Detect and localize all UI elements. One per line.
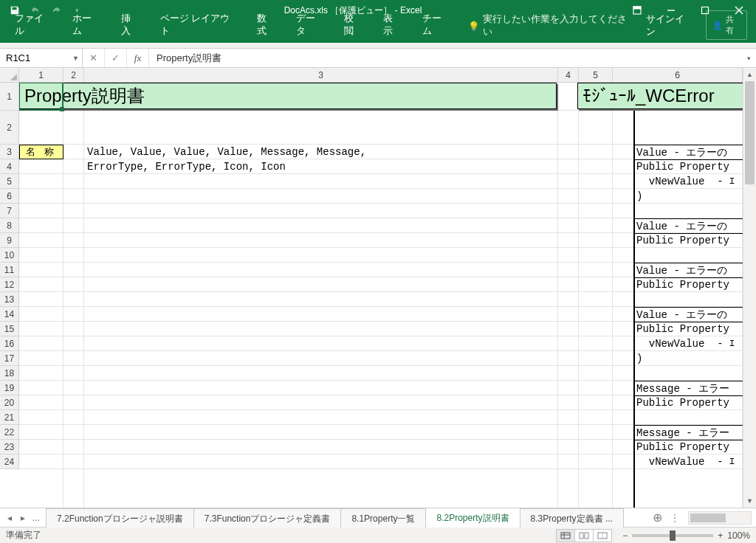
redo-icon[interactable] [47, 1, 65, 19]
row-headers[interactable]: 123456789101112131415161718192021222324 [0, 83, 19, 469]
formula-bar-expand-icon[interactable]: ▾ [741, 49, 756, 67]
col-header[interactable]: 2 [63, 68, 84, 83]
name-box[interactable]: R1C1 ▼ [0, 49, 83, 67]
cell-right-r14[interactable]: Value - エラーの [636, 308, 727, 322]
row-header[interactable]: 17 [0, 351, 19, 366]
sheet-tab[interactable]: 8.3Property定義書 ... [520, 508, 624, 528]
view-page-break-icon[interactable] [593, 529, 612, 542]
cell-right-r11[interactable]: Value - エラーの [636, 264, 727, 277]
scroll-track[interactable] [745, 81, 755, 494]
row-header[interactable]: 12 [0, 277, 19, 292]
cell-module-header[interactable]: ﾓｼﾞｭｰﾙ_WCError [577, 83, 743, 109]
row-header[interactable]: 6 [0, 189, 19, 204]
tab-formulas[interactable]: 数式 [247, 8, 286, 43]
zoom-slider[interactable] [632, 534, 713, 537]
row-header[interactable]: 19 [0, 381, 19, 395]
tab-page-layout[interactable]: ページ レイアウト [150, 8, 247, 43]
cell-right-r6[interactable]: ) [636, 190, 642, 202]
row-header[interactable]: 16 [0, 336, 19, 351]
zoom-slider-knob[interactable] [670, 530, 676, 541]
sheet-tab-active[interactable]: 8.2Property説明書 [425, 508, 520, 528]
sheet-tab-menu-icon[interactable]: ⋮ [666, 513, 684, 523]
row-header[interactable]: 2 [0, 111, 19, 145]
qat-customize-icon[interactable]: ▾ [68, 1, 86, 19]
row-header[interactable]: 8 [0, 218, 19, 233]
cell-r3c3[interactable]: Value, Value, Value, Value, Message, Mes… [87, 146, 372, 158]
col-header[interactable]: 3 [84, 68, 558, 83]
cell-right-r23[interactable]: Public Property [636, 441, 735, 453]
cell-right-r3[interactable]: Value - エラーの [636, 146, 727, 159]
name-box-dropdown-icon[interactable]: ▼ [72, 55, 79, 62]
cell-right-r17[interactable]: ) [636, 353, 642, 364]
sheet-tab[interactable]: 8.1Property一覧 [340, 508, 426, 528]
row-header[interactable]: 22 [0, 425, 19, 440]
row-header[interactable]: 3 [0, 145, 19, 159]
cell-right-r9[interactable]: Public Property [636, 235, 735, 246]
insert-function-icon[interactable]: fx [127, 49, 149, 67]
sheet-tab[interactable]: 7.2Functionプロシージャ説明書 [46, 508, 194, 528]
row-header[interactable]: 21 [0, 410, 19, 425]
sheet-nav-first-icon[interactable]: ◂ [3, 509, 16, 527]
tab-review[interactable]: 校閲 [334, 8, 373, 43]
cell-right-r8[interactable]: Value - エラーの [636, 220, 727, 233]
formula-input[interactable]: Property説明書 [149, 49, 741, 67]
cell-right-r19[interactable]: Message - エラー [636, 382, 729, 395]
row-header[interactable]: 1 [0, 83, 19, 111]
select-all-corner[interactable] [0, 68, 19, 83]
scroll-up-icon[interactable]: ▲ [743, 68, 756, 81]
hscroll-thumb[interactable] [690, 513, 726, 522]
cells-viewport[interactable]: Property説明書 ﾓｼﾞｭｰﾙ_WCError 名 称 Value, Va… [19, 83, 743, 508]
col-header[interactable]: 5 [579, 68, 613, 83]
worksheet-grid[interactable]: 1 2 3 4 5 6 1234567891011121314151617181… [0, 68, 756, 508]
cell-right-r5[interactable]: vNewValue - ｴ [636, 176, 735, 187]
row-header[interactable]: 15 [0, 322, 19, 336]
cell-right-r16[interactable]: vNewValue - ｴ [636, 338, 735, 350]
cell-right-r24[interactable]: vNewValue - ｴ [636, 456, 735, 468]
row-header[interactable]: 18 [0, 366, 19, 381]
undo-icon[interactable] [27, 1, 44, 19]
zoom-out-button[interactable]: − [622, 530, 628, 541]
col-header[interactable]: 6 [613, 68, 743, 83]
row-header[interactable]: 24 [0, 454, 19, 469]
col-header[interactable]: 1 [19, 68, 63, 83]
horizontal-scrollbar[interactable] [688, 511, 752, 525]
tell-me-search[interactable]: 💡 実行したい作業を入力してください [461, 9, 637, 43]
cell-name-label[interactable]: 名 称 [19, 145, 63, 159]
save-icon[interactable] [6, 1, 24, 19]
new-sheet-button[interactable]: ⊕ [648, 511, 666, 525]
col-header[interactable]: 4 [558, 68, 579, 83]
cell-right-r4[interactable]: Public Property [636, 161, 735, 173]
row-header[interactable]: 4 [0, 159, 19, 174]
cancel-formula-icon[interactable]: ✕ [83, 49, 105, 67]
cell-title[interactable]: Property説明書 [19, 83, 557, 109]
cell-right-r12[interactable]: Public Property [636, 279, 735, 291]
tab-data[interactable]: データ [286, 8, 334, 43]
tab-team[interactable]: チーム [412, 8, 461, 43]
row-header[interactable]: 5 [0, 174, 19, 189]
view-page-layout-icon[interactable] [574, 529, 594, 542]
cell-right-r20[interactable]: Public Property [636, 397, 735, 409]
sign-in-button[interactable]: サインイン [637, 9, 701, 43]
scroll-thumb[interactable] [745, 81, 755, 184]
sheet-nav-prev-icon[interactable]: ▸ [16, 509, 30, 527]
sheet-tab[interactable]: 7.3Functionプロシージャ定義書 [193, 508, 342, 528]
scroll-down-icon[interactable]: ▼ [743, 494, 756, 508]
cell-right-r22[interactable]: Message - エラー [636, 426, 729, 440]
sheet-nav-ellipsis-icon[interactable]: ... [30, 509, 43, 527]
row-header[interactable]: 23 [0, 440, 19, 454]
cell-right-r15[interactable]: Public Property [636, 323, 735, 335]
tab-view[interactable]: 表示 [373, 8, 412, 43]
row-header[interactable]: 20 [0, 395, 19, 410]
row-header[interactable]: 7 [0, 204, 19, 218]
zoom-in-button[interactable]: + [718, 530, 723, 541]
row-header[interactable]: 13 [0, 292, 19, 307]
enter-formula-icon[interactable]: ✓ [105, 49, 127, 67]
row-header[interactable]: 11 [0, 263, 19, 277]
share-button[interactable]: 👤 共有 [706, 10, 747, 40]
vertical-scrollbar[interactable]: ▲ ▼ [743, 68, 756, 508]
cell-r4c3[interactable]: ErrorType, ErrorType, Icon, Icon [87, 161, 286, 173]
row-header[interactable]: 9 [0, 233, 19, 248]
column-headers[interactable]: 1 2 3 4 5 6 [19, 68, 743, 83]
row-header[interactable]: 10 [0, 248, 19, 263]
view-normal-icon[interactable] [556, 529, 575, 542]
